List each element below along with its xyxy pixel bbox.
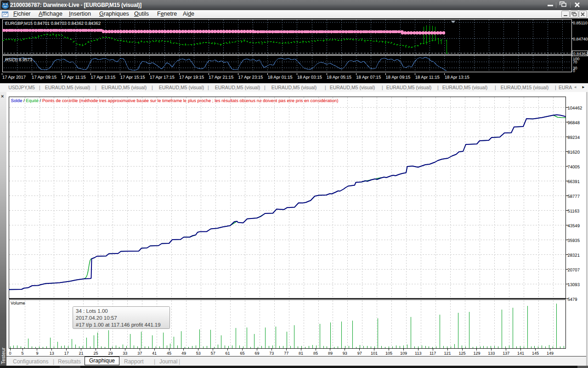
svg-text:96848: 96848 — [568, 121, 580, 126]
svg-text:66391: 66391 — [568, 179, 580, 184]
svg-text:18 Apr 11:15: 18 Apr 11:15 — [415, 75, 440, 80]
svg-text:105: 105 — [385, 351, 392, 356]
svg-text:33: 33 — [123, 351, 127, 356]
svg-text:61: 61 — [226, 351, 230, 356]
svg-text:18 Apr 03:15: 18 Apr 03:15 — [297, 75, 322, 80]
svg-text:43549: 43549 — [568, 224, 580, 229]
svg-text:18 Apr 05:15: 18 Apr 05:15 — [327, 75, 351, 80]
svg-text:9: 9 — [36, 351, 38, 356]
svg-text:69: 69 — [254, 351, 259, 356]
svg-text:149: 149 — [547, 351, 554, 356]
svg-text:137: 137 — [503, 351, 509, 356]
svg-text:28321: 28321 — [568, 253, 580, 258]
svg-text:133: 133 — [488, 351, 495, 356]
svg-text:49: 49 — [181, 351, 186, 356]
svg-text:35935: 35935 — [568, 238, 580, 243]
svg-text:74005: 74005 — [568, 165, 580, 170]
svg-text:81620: 81620 — [568, 150, 580, 155]
svg-text:0.85110: 0.85110 — [573, 21, 588, 25]
svg-text:0.84362: 0.84362 — [573, 52, 588, 56]
svg-text:70: 70 — [573, 60, 577, 64]
svg-text:25: 25 — [93, 351, 98, 356]
svg-text:77: 77 — [284, 351, 288, 356]
svg-text:101: 101 — [371, 351, 378, 356]
svg-text:18 Apr 13:15: 18 Apr 13:15 — [445, 75, 469, 80]
svg-text:117: 117 — [430, 351, 436, 356]
svg-text:13: 13 — [50, 351, 54, 356]
svg-text:Volume: Volume — [11, 301, 25, 306]
svg-text:104462: 104462 — [568, 106, 582, 111]
svg-text:81: 81 — [299, 351, 303, 356]
svg-text:113: 113 — [415, 351, 421, 356]
svg-text:65: 65 — [240, 351, 244, 356]
svg-text:17 Apr 15:15: 17 Apr 15:15 — [120, 75, 145, 80]
svg-text:2017.04.20 10:57: 2017.04.20 10:57 — [76, 316, 117, 321]
svg-text:109: 109 — [400, 351, 407, 356]
svg-text:18 Apr 07:15: 18 Apr 07:15 — [356, 75, 381, 80]
svg-text:17 Apr 11:15: 17 Apr 11:15 — [61, 75, 85, 80]
svg-text:13093: 13093 — [568, 282, 580, 288]
svg-text:145: 145 — [532, 351, 539, 356]
svg-text:58777: 58777 — [568, 194, 580, 199]
svg-text:18 Apr 09:15: 18 Apr 09:15 — [386, 75, 411, 80]
svg-text:29: 29 — [108, 351, 113, 356]
svg-text:0.84740: 0.84740 — [573, 37, 588, 41]
svg-text:57: 57 — [211, 351, 215, 356]
svg-text:0: 0 — [9, 351, 11, 356]
svg-text:89: 89 — [328, 351, 333, 356]
svg-text:5: 5 — [21, 351, 23, 356]
svg-text:17 Apr 19:15: 17 Apr 19:15 — [179, 75, 204, 80]
svg-text:34 : Lots 1.00: 34 : Lots 1.00 — [76, 309, 108, 314]
svg-text:RSI(3) 8.9573: RSI(3) 8.9573 — [5, 58, 32, 63]
svg-text:129: 129 — [473, 351, 480, 356]
svg-text:17 Apr 13:15: 17 Apr 13:15 — [91, 75, 116, 80]
svg-text:37: 37 — [137, 351, 142, 356]
svg-text:93: 93 — [343, 351, 347, 356]
svg-text:51163: 51163 — [568, 209, 580, 214]
svg-text:EURGBP,M15 0.84701 0.84703 0.8: EURGBP,M15 0.84701 0.84703 0.84362 0.843… — [5, 21, 101, 26]
svg-text:17 Apr 2017: 17 Apr 2017 — [2, 75, 26, 80]
svg-text:53: 53 — [196, 351, 201, 356]
svg-text:#17 t/p 1.00 at 117.146 profit: #17 t/p 1.00 at 117.146 profit 441.19 — [76, 322, 161, 328]
svg-text:17: 17 — [64, 351, 69, 356]
svg-text:5479: 5479 — [568, 297, 577, 302]
svg-text:97: 97 — [357, 351, 362, 356]
svg-text:0: 0 — [573, 69, 575, 73]
svg-text:121: 121 — [444, 351, 451, 356]
svg-text:18 Apr 01:15: 18 Apr 01:15 — [268, 75, 293, 80]
svg-text:21: 21 — [79, 351, 84, 356]
svg-text:89234: 89234 — [568, 135, 580, 140]
svg-text:20707: 20707 — [568, 268, 580, 273]
svg-text:85: 85 — [313, 351, 318, 356]
svg-text:125: 125 — [458, 351, 465, 356]
svg-text:45: 45 — [167, 351, 171, 356]
svg-text:17 Apr 23:15: 17 Apr 23:15 — [238, 75, 263, 80]
svg-text:141: 141 — [517, 351, 524, 356]
svg-text:41: 41 — [152, 351, 157, 356]
svg-text:17 Apr 21:15: 17 Apr 21:15 — [209, 75, 233, 80]
svg-text:17 Apr 09:15: 17 Apr 09:15 — [32, 75, 57, 80]
svg-text:73: 73 — [269, 351, 274, 356]
svg-text:17 Apr 17:15: 17 Apr 17:15 — [150, 75, 175, 80]
